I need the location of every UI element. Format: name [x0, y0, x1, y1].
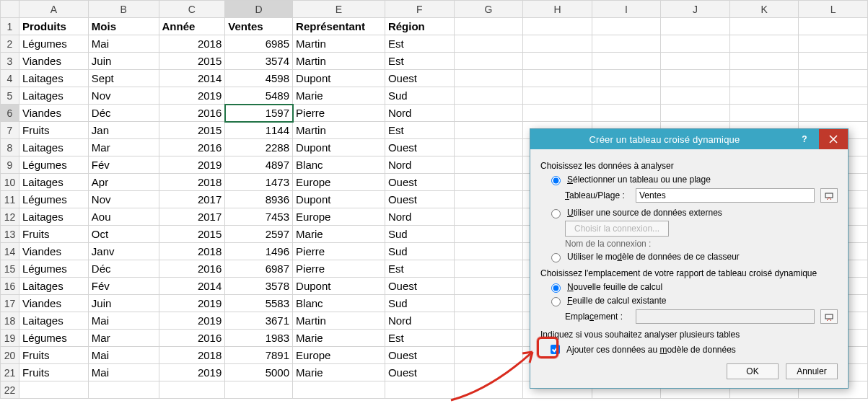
cell-F8[interactable]: Ouest — [385, 139, 454, 156]
cell-D19[interactable]: 1983 — [225, 330, 293, 347]
row-header-6[interactable]: 6 — [1, 105, 19, 122]
radio-use-data-model[interactable]: Utiliser le modèle de données de ce clas… — [548, 251, 838, 262]
col-header-J[interactable]: J — [661, 1, 730, 18]
col-header-G[interactable]: G — [454, 1, 523, 18]
cell-A16[interactable]: Laitages — [19, 278, 88, 295]
cell-D2[interactable]: 6985 — [225, 35, 293, 53]
cell-D5[interactable]: 5489 — [225, 87, 293, 105]
cell-E8[interactable]: Dupont — [293, 139, 385, 156]
cell-G8[interactable] — [454, 139, 523, 156]
cell-G20[interactable] — [454, 347, 523, 364]
col-header-B[interactable]: B — [88, 1, 159, 18]
cell-L5[interactable] — [799, 87, 868, 105]
row-header-8[interactable]: 8 — [1, 139, 19, 156]
cell-L3[interactable] — [799, 53, 868, 70]
cell-I1[interactable] — [592, 18, 661, 35]
cell-K3[interactable] — [729, 53, 799, 70]
row-header-21[interactable]: 21 — [1, 364, 19, 381]
cell-A1[interactable]: Produits — [19, 18, 88, 35]
cancel-button[interactable]: Annuler — [786, 363, 838, 379]
cell-G18[interactable] — [454, 312, 523, 330]
cell-E2[interactable]: Martin — [293, 35, 385, 53]
cell-C2[interactable]: 2018 — [159, 35, 225, 53]
cell-A13[interactable]: Fruits — [19, 226, 88, 243]
cell-D16[interactable]: 3578 — [225, 278, 293, 295]
cell-G17[interactable] — [454, 295, 523, 312]
cell-H3[interactable] — [523, 53, 592, 70]
cell-L1[interactable] — [799, 18, 868, 35]
row-header-17[interactable]: 17 — [1, 295, 19, 312]
cell-G16[interactable] — [454, 278, 523, 295]
row-header-7[interactable]: 7 — [1, 122, 19, 139]
cell-A4[interactable]: Laitages — [19, 70, 88, 87]
radio-new-sheet-input[interactable] — [551, 283, 561, 293]
row-header-14[interactable]: 14 — [1, 243, 19, 260]
cell-E15[interactable]: Pierre — [293, 260, 385, 278]
cell-I4[interactable] — [592, 70, 661, 87]
cell-A6[interactable]: Viandes — [19, 105, 88, 122]
cell-D14[interactable]: 1496 — [225, 243, 293, 260]
cell-B21[interactable]: Mai — [88, 364, 159, 381]
cell-G21[interactable] — [454, 364, 523, 381]
ok-button[interactable]: OK — [727, 363, 779, 379]
collapse-dialog-button-2[interactable] — [820, 309, 838, 324]
cell-B8[interactable]: Mar — [88, 139, 159, 156]
cell-H5[interactable] — [523, 87, 592, 105]
cell-G10[interactable] — [454, 174, 523, 191]
cell-C17[interactable]: 2019 — [159, 295, 225, 312]
cell-C16[interactable]: 2014 — [159, 278, 225, 295]
cell-B20[interactable]: Mai — [88, 347, 159, 364]
checkbox-add-to-model[interactable]: Ajouter ces données au modèle de données — [548, 343, 838, 356]
cell-F3[interactable]: Est — [385, 53, 454, 70]
cell-A19[interactable]: Légumes — [19, 330, 88, 347]
cell-B6[interactable]: Déc — [88, 105, 159, 122]
cell-E1[interactable]: Représentant — [293, 18, 385, 35]
cell-C11[interactable]: 2017 — [159, 191, 225, 208]
row-header-3[interactable]: 3 — [1, 53, 19, 70]
col-header-A[interactable]: A — [19, 1, 88, 18]
cell-B14[interactable]: Janv — [88, 243, 159, 260]
radio-new-sheet[interactable]: Nouvelle feuille de calcul — [548, 281, 838, 293]
row-header-15[interactable]: 15 — [1, 260, 19, 278]
cell-I6[interactable] — [592, 105, 661, 122]
row-header-19[interactable]: 19 — [1, 330, 19, 347]
cell-G12[interactable] — [454, 208, 523, 226]
radio-existing-sheet[interactable]: Feuille de calcul existante — [548, 295, 838, 306]
checkbox-add-to-model-input[interactable] — [551, 345, 560, 354]
col-header-F[interactable]: F — [385, 1, 454, 18]
cell-C5[interactable]: 2019 — [159, 87, 225, 105]
cell-C18[interactable]: 2019 — [159, 312, 225, 330]
cell-C1[interactable]: Année — [159, 18, 225, 35]
cell-C15[interactable]: 2016 — [159, 260, 225, 278]
cell-A17[interactable]: Viandes — [19, 295, 88, 312]
cell-E7[interactable]: Martin — [293, 122, 385, 139]
cell-K2[interactable] — [729, 35, 799, 53]
cell-H1[interactable] — [523, 18, 592, 35]
cell-A7[interactable]: Fruits — [19, 122, 88, 139]
cell-K1[interactable] — [729, 18, 799, 35]
cell-A2[interactable]: Légumes — [19, 35, 88, 53]
row-header-10[interactable]: 10 — [1, 174, 19, 191]
cell-F9[interactable]: Nord — [385, 156, 454, 174]
cell-J3[interactable] — [661, 53, 730, 70]
cell-D7[interactable]: 1144 — [225, 122, 293, 139]
cell-A22[interactable] — [19, 381, 88, 399]
cell-G15[interactable] — [454, 260, 523, 278]
cell-A15[interactable]: Légumes — [19, 260, 88, 278]
cell-D8[interactable]: 2288 — [225, 139, 293, 156]
cell-F22[interactable] — [385, 381, 454, 399]
cell-G2[interactable] — [454, 35, 523, 53]
cell-C22[interactable] — [159, 381, 225, 399]
cell-E10[interactable]: Europe — [293, 174, 385, 191]
cell-H2[interactable] — [523, 35, 592, 53]
cell-J1[interactable] — [661, 18, 730, 35]
cell-B12[interactable]: Aou — [88, 208, 159, 226]
row-header-9[interactable]: 9 — [1, 156, 19, 174]
choose-connection-button[interactable]: Choisir la connexion... — [565, 221, 669, 237]
dialog-titlebar[interactable]: Créer un tableau croisé dynamique ? — [530, 129, 848, 149]
cell-D4[interactable]: 4598 — [225, 70, 293, 87]
cell-G4[interactable] — [454, 70, 523, 87]
cell-A18[interactable]: Laitages — [19, 312, 88, 330]
cell-F21[interactable]: Ouest — [385, 364, 454, 381]
cell-E13[interactable]: Marie — [293, 226, 385, 243]
